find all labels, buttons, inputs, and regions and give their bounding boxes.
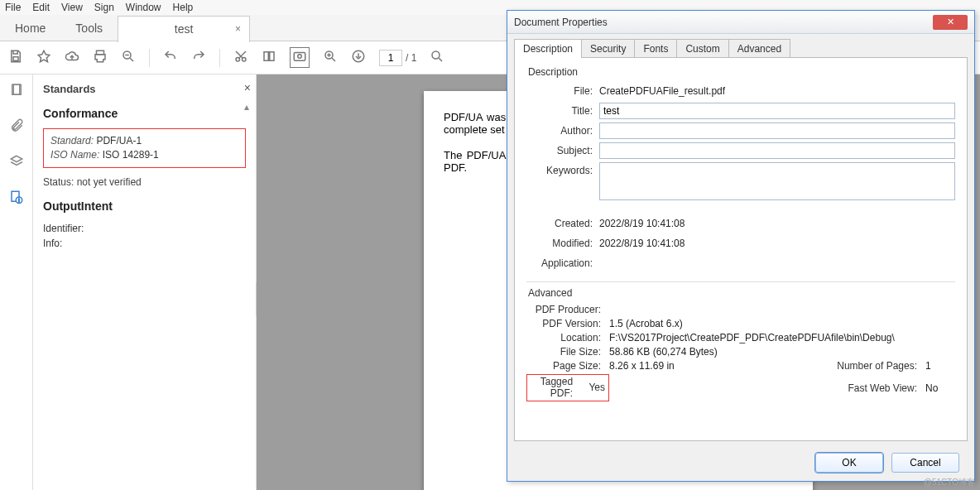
menu-view[interactable]: View	[61, 2, 83, 13]
undo-icon[interactable]	[163, 49, 178, 66]
location-value: F:\VS2017Project\CreatePDF_PDF\CreatePDF…	[609, 332, 955, 343]
layers-icon[interactable]	[9, 154, 24, 171]
print-icon[interactable]	[93, 49, 108, 66]
advanced-section-label: Advanced	[528, 287, 955, 299]
iso-value: ISO 14289-1	[103, 149, 159, 161]
close-icon[interactable]: ×	[244, 81, 251, 94]
page-thumbnails-icon[interactable]	[9, 83, 24, 100]
redo-icon[interactable]	[191, 49, 206, 66]
tab-advanced[interactable]: Advanced	[728, 39, 790, 58]
tagged-highlight-box: Tagged PDF: Yes	[526, 374, 609, 401]
title-input[interactable]	[599, 103, 955, 119]
toolbar-divider	[149, 49, 150, 67]
svg-point-13	[298, 55, 302, 59]
tagged-label: Tagged PDF:	[531, 376, 573, 399]
save-icon[interactable]	[8, 49, 23, 66]
menu-sign[interactable]: Sign	[94, 2, 114, 13]
dialog-titlebar[interactable]: Document Properties ✕	[507, 11, 974, 34]
svg-rect-11	[270, 52, 274, 61]
status-line: Status: not yet verified	[43, 176, 246, 188]
tab-tools[interactable]: Tools	[60, 15, 118, 41]
file-label: File:	[526, 83, 599, 99]
tab-document-label: test	[175, 22, 194, 36]
svg-point-19	[432, 51, 440, 59]
attachment-icon[interactable]	[9, 118, 24, 136]
svg-line-15	[332, 58, 335, 61]
standard-label: Standard:	[50, 135, 94, 147]
description-section-label: Description	[528, 66, 955, 78]
tab-home[interactable]: Home	[0, 15, 60, 41]
svg-marker-23	[11, 156, 22, 162]
pagesize-label: Page Size:	[526, 360, 609, 372]
document-properties-dialog: Document Properties ✕ Description Securi…	[507, 10, 975, 482]
author-label: Author:	[526, 122, 599, 139]
watermark: @51CTO博客	[924, 477, 975, 488]
identifier-label: Identifier:	[43, 221, 246, 236]
modified-label: Modified:	[526, 235, 599, 252]
close-icon[interactable]: ✕	[933, 15, 968, 30]
conformance-heading: Conformance	[43, 107, 246, 120]
ok-button[interactable]: OK	[815, 453, 883, 473]
svg-rect-0	[13, 57, 18, 61]
page-total: / 1	[406, 52, 416, 64]
subject-input[interactable]	[599, 142, 955, 159]
tab-security[interactable]: Security	[581, 39, 635, 58]
numpages-value: 1	[925, 360, 955, 372]
outputintent-heading: OutputIntent	[43, 199, 246, 213]
svg-rect-12	[294, 53, 305, 61]
fastweb-value: No	[925, 382, 955, 394]
version-label: PDF Version:	[526, 318, 609, 329]
page-indicator: / 1	[379, 50, 416, 66]
standards-icon[interactable]: i	[9, 190, 24, 207]
standards-panel: Standards × ▴ Conformance Standard: PDF/…	[33, 74, 257, 490]
tab-custom[interactable]: Custom	[676, 39, 728, 58]
left-icon-rail: i	[0, 74, 33, 490]
file-value: CreatePDFUAFile_result.pdf	[599, 83, 955, 99]
tab-document[interactable]: test ×	[118, 16, 250, 42]
numpages-label: Number of Pages:	[826, 360, 925, 372]
pagesize-value: 8.26 x 11.69 in	[609, 360, 826, 372]
standards-title: Standards	[43, 83, 246, 95]
filesize-label: File Size:	[526, 346, 609, 358]
menu-file[interactable]: File	[5, 2, 21, 13]
application-label: Application:	[526, 255, 599, 271]
pages-icon[interactable]	[262, 49, 276, 66]
fastweb-label: Fast Web View:	[826, 382, 925, 394]
cut-icon[interactable]	[233, 49, 248, 66]
page-number-input[interactable]	[379, 50, 402, 66]
producer-label: PDF Producer:	[526, 304, 609, 315]
tagged-value: Yes	[588, 382, 605, 393]
chevron-up-icon[interactable]: ▴	[244, 101, 249, 113]
cancel-button[interactable]: Cancel	[891, 453, 959, 473]
keywords-input[interactable]	[599, 162, 955, 200]
standard-value: PDF/UA-1	[96, 135, 142, 147]
iso-label: ISO Name:	[50, 149, 99, 161]
svg-marker-1	[38, 50, 50, 62]
download-icon[interactable]	[351, 49, 366, 66]
close-icon[interactable]: ×	[235, 23, 241, 35]
info-label: Info:	[43, 236, 246, 251]
zoom-in-icon[interactable]	[323, 49, 338, 66]
modified-value: 2022/8/19 10:41:08	[599, 235, 955, 252]
menu-edit[interactable]: Edit	[32, 2, 50, 13]
created-label: Created:	[526, 215, 599, 232]
svg-line-4	[130, 58, 133, 61]
svg-rect-10	[264, 52, 268, 61]
subject-label: Subject:	[526, 142, 599, 159]
cloud-upload-icon[interactable]	[65, 49, 79, 66]
menu-help[interactable]: Help	[173, 2, 194, 13]
dialog-title: Document Properties	[514, 17, 933, 28]
star-icon[interactable]	[36, 49, 51, 66]
filesize-value: 58.86 KB (60,274 Bytes)	[609, 346, 955, 358]
toolbar-divider	[219, 49, 220, 67]
screenshot-icon[interactable]	[290, 47, 310, 68]
tab-description[interactable]: Description	[514, 39, 582, 58]
author-input[interactable]	[599, 122, 955, 139]
search-icon[interactable]	[430, 49, 444, 66]
dialog-body: Description File:CreatePDFUAFile_result.…	[514, 57, 968, 441]
menu-window[interactable]: Window	[126, 2, 161, 13]
location-label: Location:	[526, 332, 609, 343]
conformance-highlight-box: Standard: PDF/UA-1 ISO Name: ISO 14289-1	[43, 128, 246, 168]
tab-fonts[interactable]: Fonts	[634, 39, 677, 58]
zoom-out-icon[interactable]	[121, 49, 136, 66]
